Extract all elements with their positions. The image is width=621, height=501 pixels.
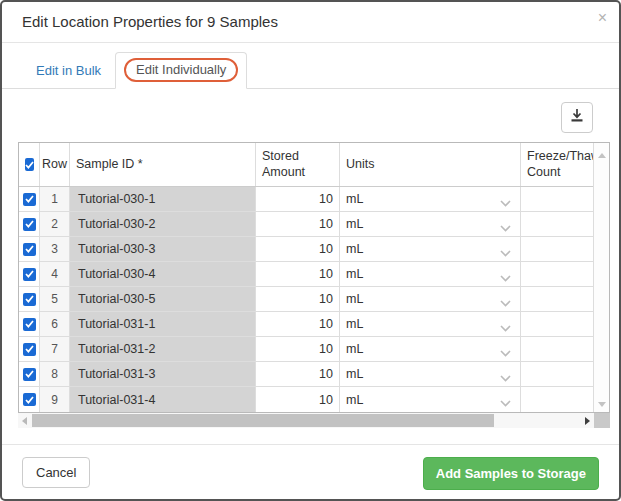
- scroll-right-icon[interactable]: [585, 417, 590, 425]
- row-checkbox[interactable]: [19, 237, 40, 261]
- freeze-thaw-cell[interactable]: [521, 362, 593, 386]
- row-number-cell: 7: [40, 337, 70, 361]
- units-select[interactable]: mL: [340, 187, 521, 211]
- download-icon: [570, 108, 584, 127]
- units-select[interactable]: mL: [340, 262, 521, 286]
- column-header-row: Row: [40, 143, 70, 186]
- table-row: 3 Tutorial-030-3 10 mL: [19, 237, 593, 262]
- table-row: 4 Tutorial-030-4 10 mL: [19, 262, 593, 287]
- table-header-row: Row Sample ID * Stored Amount Units Free…: [19, 143, 593, 187]
- units-select[interactable]: mL: [340, 387, 521, 412]
- row-checkbox[interactable]: [19, 287, 40, 311]
- tab-edit-in-bulk[interactable]: Edit in Bulk: [22, 53, 115, 88]
- sample-id-cell: Tutorial-031-1: [70, 312, 256, 336]
- row-checkbox[interactable]: [19, 262, 40, 286]
- stored-amount-cell[interactable]: 10: [256, 362, 340, 386]
- stored-amount-cell[interactable]: 10: [256, 237, 340, 261]
- units-value: mL: [346, 267, 363, 281]
- row-checkbox[interactable]: [19, 187, 40, 211]
- scrollbar-corner: [594, 413, 610, 428]
- add-samples-to-storage-button[interactable]: Add Samples to Storage: [423, 457, 599, 490]
- freeze-thaw-cell[interactable]: [521, 262, 593, 286]
- download-button[interactable]: [561, 102, 593, 133]
- hscrollbar-track[interactable]: [18, 413, 594, 428]
- table-row: 6 Tutorial-031-1 10 mL: [19, 312, 593, 337]
- stored-amount-cell[interactable]: 10: [256, 187, 340, 211]
- units-select[interactable]: mL: [340, 237, 521, 261]
- row-number-cell: 5: [40, 287, 70, 311]
- row-checkbox[interactable]: [19, 312, 40, 336]
- freeze-thaw-cell[interactable]: [521, 387, 593, 412]
- table-body: 1 Tutorial-030-1 10 mL 2 Tutorial-030-2 …: [19, 187, 609, 412]
- sample-id-cell: Tutorial-031-2: [70, 337, 256, 361]
- units-value: mL: [346, 393, 363, 407]
- checkbox-checked-icon: [23, 193, 36, 206]
- modal-header: Edit Location Properties for 9 Samples ×: [2, 2, 619, 43]
- freeze-thaw-cell[interactable]: [521, 212, 593, 236]
- checkbox-checked-icon: [23, 293, 36, 306]
- hscrollbar-thumb[interactable]: [32, 414, 494, 427]
- sample-id-cell: Tutorial-030-1: [70, 187, 256, 211]
- vertical-scrollbar[interactable]: [593, 143, 609, 412]
- sample-id-cell: Tutorial-030-3: [70, 237, 256, 261]
- stored-amount-cell[interactable]: 10: [256, 337, 340, 361]
- scroll-left-icon[interactable]: [22, 417, 27, 425]
- chevron-down-icon: [500, 371, 511, 385]
- scroll-up-icon[interactable]: [598, 153, 606, 158]
- close-icon[interactable]: ×: [598, 10, 607, 26]
- stored-amount-cell[interactable]: 10: [256, 387, 340, 412]
- stored-amount-cell[interactable]: 10: [256, 212, 340, 236]
- sample-id-cell: Tutorial-030-5: [70, 287, 256, 311]
- chevron-down-icon: [500, 396, 511, 410]
- select-all-checkbox[interactable]: [19, 143, 40, 186]
- chevron-down-icon: [500, 346, 511, 360]
- chevron-down-icon: [500, 221, 511, 235]
- sample-id-cell: Tutorial-030-4: [70, 262, 256, 286]
- row-checkbox[interactable]: [19, 337, 40, 361]
- sample-id-cell: Tutorial-030-2: [70, 212, 256, 236]
- row-number-cell: 8: [40, 362, 70, 386]
- units-select[interactable]: mL: [340, 362, 521, 386]
- units-value: mL: [346, 192, 363, 206]
- checkbox-checked-icon: [23, 393, 36, 406]
- edit-location-properties-modal: Edit Location Properties for 9 Samples ×…: [0, 0, 621, 501]
- row-checkbox[interactable]: [19, 212, 40, 236]
- column-header-stored-amount: Stored Amount: [256, 143, 340, 186]
- freeze-thaw-cell[interactable]: [521, 187, 593, 211]
- freeze-thaw-cell[interactable]: [521, 312, 593, 336]
- chevron-down-icon: [500, 271, 511, 285]
- stored-amount-cell[interactable]: 10: [256, 312, 340, 336]
- chevron-down-icon: [500, 321, 511, 335]
- sample-id-cell: Tutorial-031-3: [70, 362, 256, 386]
- units-value: mL: [346, 317, 363, 331]
- chevron-down-icon: [500, 196, 511, 210]
- freeze-thaw-cell[interactable]: [521, 287, 593, 311]
- stored-amount-cell[interactable]: 10: [256, 262, 340, 286]
- units-select[interactable]: mL: [340, 287, 521, 311]
- row-number-cell: 2: [40, 212, 70, 236]
- row-checkbox[interactable]: [19, 362, 40, 386]
- units-value: mL: [346, 342, 363, 356]
- modal-title: Edit Location Properties for 9 Samples: [22, 13, 599, 30]
- column-header-freeze-thaw: Freeze/Thaw Count: [521, 143, 593, 186]
- units-select[interactable]: mL: [340, 312, 521, 336]
- stored-amount-cell[interactable]: 10: [256, 287, 340, 311]
- checkbox-checked-icon: [25, 158, 34, 171]
- row-number-cell: 4: [40, 262, 70, 286]
- freeze-thaw-cell[interactable]: [521, 237, 593, 261]
- freeze-thaw-cell[interactable]: [521, 337, 593, 361]
- column-header-units: Units: [340, 143, 521, 186]
- tab-edit-individually[interactable]: Edit Individually: [115, 52, 247, 89]
- tab-bar: Edit in Bulk Edit Individually: [2, 43, 619, 89]
- checkbox-checked-icon: [23, 243, 36, 256]
- units-select[interactable]: mL: [340, 212, 521, 236]
- horizontal-scrollbar[interactable]: [18, 413, 610, 428]
- units-select[interactable]: mL: [340, 337, 521, 361]
- row-checkbox[interactable]: [19, 387, 40, 412]
- row-number-cell: 9: [40, 387, 70, 412]
- cancel-button[interactable]: Cancel: [22, 457, 90, 488]
- scroll-down-icon[interactable]: [598, 402, 606, 407]
- table-row: 5 Tutorial-030-5 10 mL: [19, 287, 593, 312]
- row-number-cell: 1: [40, 187, 70, 211]
- modal-footer: Cancel Add Samples to Storage: [2, 444, 619, 499]
